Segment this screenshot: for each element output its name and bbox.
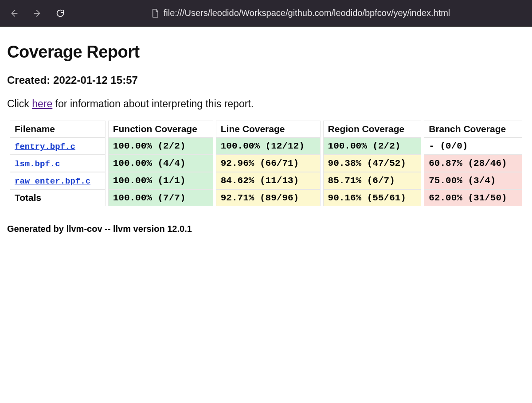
hint-after: for information about interpreting this … (52, 98, 254, 110)
cell-filename: fentry.bpf.c (10, 137, 106, 155)
table-row: raw_enter.bpf.c100.00% (1/1)84.62% (11/1… (10, 172, 522, 189)
cell-filename: raw_enter.bpf.c (10, 172, 106, 189)
cell-region: 90.16% (55/61) (323, 189, 422, 206)
hint-line: Click here for information about interpr… (7, 98, 525, 110)
page-title: Coverage Report (7, 43, 525, 62)
arrow-right-icon (32, 8, 42, 18)
cell-branch: 62.00% (31/50) (424, 189, 522, 206)
nav-controls (9, 8, 66, 19)
cell-region: 100.00% (2/2) (323, 137, 422, 155)
coverage-table-body: fentry.bpf.c100.00% (2/2)100.00% (12/12)… (10, 137, 522, 206)
reload-icon (55, 8, 65, 18)
table-row: Totals100.00% (7/7)92.71% (89/96)90.16% … (10, 189, 522, 206)
created-timestamp: 2022-01-12 15:57 (53, 74, 138, 86)
table-header-row: Filename Function Coverage Line Coverage… (10, 121, 522, 137)
file-icon (151, 8, 159, 18)
col-function: Function Coverage (108, 121, 213, 137)
cell-line: 84.62% (11/13) (216, 172, 321, 189)
cell-function: 100.00% (1/1) (108, 172, 213, 189)
col-filename: Filename (10, 121, 106, 137)
cell-branch: 75.00% (3/4) (424, 172, 522, 189)
file-link[interactable]: fentry.bpf.c (15, 142, 75, 152)
cell-branch: - (0/0) (424, 137, 522, 155)
cell-filename: lsm.bpf.c (10, 155, 106, 172)
col-region: Region Coverage (323, 121, 422, 137)
address-bar[interactable]: file:///Users/leodido/Workspace/github.c… (78, 8, 523, 18)
generator-footer: Generated by llvm-cov -- llvm version 12… (7, 224, 525, 234)
cell-line: 92.96% (66/71) (216, 155, 321, 172)
cell-line: 100.00% (12/12) (216, 137, 321, 155)
reload-button[interactable] (55, 8, 66, 19)
hint-before: Click (7, 98, 32, 110)
created-line: Created: 2022-01-12 15:57 (7, 74, 525, 86)
cell-function: 100.00% (7/7) (108, 189, 213, 206)
table-row: lsm.bpf.c100.00% (4/4)92.96% (66/71)90.3… (10, 155, 522, 172)
cell-line: 92.71% (89/96) (216, 189, 321, 206)
cell-region: 85.71% (6/7) (323, 172, 422, 189)
created-prefix: Created: (7, 74, 53, 86)
arrow-left-icon (9, 8, 19, 18)
col-line: Line Coverage (216, 121, 321, 137)
table-row: fentry.bpf.c100.00% (2/2)100.00% (12/12)… (10, 137, 522, 155)
cell-branch: 60.87% (28/46) (424, 155, 522, 172)
browser-toolbar: file:///Users/leodido/Workspace/github.c… (0, 0, 532, 27)
cell-region: 90.38% (47/52) (323, 155, 422, 172)
file-link[interactable]: raw_enter.bpf.c (15, 176, 90, 186)
hint-link[interactable]: here (32, 98, 52, 110)
cell-function: 100.00% (2/2) (108, 137, 213, 155)
url-text: file:///Users/leodido/Workspace/github.c… (164, 8, 450, 18)
page-content: Coverage Report Created: 2022-01-12 15:5… (0, 27, 532, 252)
back-button[interactable] (9, 8, 20, 19)
cell-function: 100.00% (4/4) (108, 155, 213, 172)
col-branch: Branch Coverage (424, 121, 522, 137)
file-link[interactable]: lsm.bpf.c (15, 159, 60, 169)
cell-filename: Totals (10, 189, 106, 206)
forward-button[interactable] (32, 8, 43, 19)
coverage-table: Filename Function Coverage Line Coverage… (7, 121, 525, 206)
